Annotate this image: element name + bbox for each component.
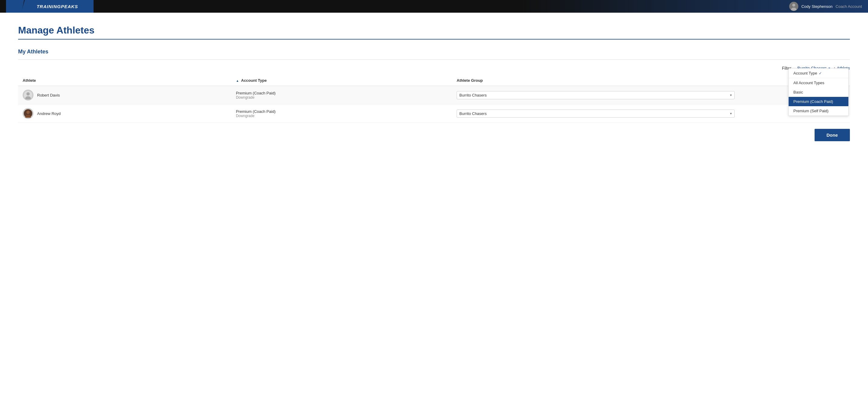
done-button[interactable]: Done — [814, 129, 850, 141]
col-account-type[interactable]: ▲ Account Type — [231, 75, 452, 86]
dropdown-option-basic[interactable]: Basic — [788, 88, 848, 97]
account-type-col-label: Account Type — [241, 78, 267, 83]
svg-point-4 — [27, 92, 30, 96]
group-select-arrow-robert: ▾ — [730, 93, 732, 97]
section-title: My Athletes — [18, 49, 850, 55]
avatar — [789, 2, 798, 11]
account-type-cell: Premium (Coach Paid) Downgrade — [231, 104, 452, 123]
dropdown-menu: Account Type ✓ All Account Types Basic P… — [788, 68, 849, 116]
account-type-main: Premium (Coach Paid) — [236, 109, 447, 114]
athlete-group-col-label: Athlete Group — [457, 78, 483, 83]
group-select-robert[interactable]: Burrito Chasers ▾ — [457, 91, 735, 99]
page-title: Manage Athletes — [18, 25, 850, 36]
header: TRAININGPEAKS Cody Stephenson Coach Acco… — [0, 0, 868, 13]
athlete-name-container: Robert Davis — [23, 90, 227, 100]
user-name: Cody Stephenson — [801, 4, 832, 9]
logo-text: TRAININGPEAKS — [36, 4, 78, 9]
athlete-avatar-robert — [23, 90, 33, 100]
athlete-name-cell: Robert Davis — [18, 86, 231, 104]
section-divider — [18, 59, 850, 60]
col-athlete-group: Athlete Group — [452, 75, 739, 86]
dropdown-option-premium-self[interactable]: Premium (Self Paid) — [788, 106, 848, 116]
athlete-name-cell: Andrew Royd — [18, 104, 231, 123]
dropdown-header-label: Account Type — [794, 71, 817, 75]
account-type-main: Premium (Coach Paid) — [236, 91, 447, 95]
account-type-sub[interactable]: Downgrade — [236, 95, 447, 100]
logo-container: TRAININGPEAKS — [6, 0, 94, 13]
filter-bar: Filter Account Type ✓ All Account Types … — [18, 66, 850, 71]
sort-icon: ▲ — [236, 79, 239, 83]
title-divider — [18, 39, 850, 39]
athletes-table: Athlete ▲ Account Type Athlete Group — [18, 75, 850, 123]
table-row: Robert Davis Premium (Coach Paid) Downgr… — [18, 86, 850, 104]
athlete-name-label: Robert Davis — [37, 93, 60, 97]
logo-shape-2: TRAININGPEAKS — [21, 0, 94, 13]
svg-point-1 — [792, 4, 795, 7]
dropdown-option-premium-coach[interactable]: Premium (Coach Paid) — [788, 97, 848, 106]
group-select-arrow-andrew: ▾ — [730, 111, 732, 116]
svg-point-12 — [27, 111, 30, 114]
main-content: Manage Athletes My Athletes Filter Accou… — [0, 13, 868, 417]
table-header: Athlete ▲ Account Type Athlete Group — [18, 75, 850, 86]
group-select-text-robert: Burrito Chasers — [459, 93, 728, 97]
check-icon: ✓ — [819, 71, 822, 75]
header-row: Athlete ▲ Account Type Athlete Group — [18, 75, 850, 86]
group-select-andrew[interactable]: Burrito Chasers ▾ — [457, 109, 735, 118]
done-button-container: Done — [18, 129, 850, 141]
table-row: Andrew Royd Premium (Coach Paid) Downgra… — [18, 104, 850, 123]
group-select-text-andrew: Burrito Chasers — [459, 111, 728, 116]
athlete-col-label: Athlete — [23, 78, 36, 83]
dropdown-header: Account Type ✓ — [788, 68, 848, 78]
athlete-group-cell: Burrito Chasers ▾ — [452, 86, 739, 104]
athlete-name-label: Andrew Royd — [37, 111, 61, 116]
account-type-cell: Premium (Coach Paid) Downgrade — [231, 86, 452, 104]
user-role: Coach Account — [836, 4, 862, 9]
account-type-sub[interactable]: Downgrade — [236, 114, 447, 118]
header-user: Cody Stephenson Coach Account — [789, 2, 862, 11]
athlete-group-cell: Burrito Chasers ▾ — [452, 104, 739, 123]
col-athlete: Athlete — [18, 75, 231, 86]
dropdown-option-all[interactable]: All Account Types — [788, 78, 848, 88]
table-body: Robert Davis Premium (Coach Paid) Downgr… — [18, 86, 850, 123]
athlete-name-container: Andrew Royd — [23, 108, 227, 119]
logo-shape-1 — [6, 0, 24, 13]
athlete-avatar-andrew — [23, 108, 33, 119]
